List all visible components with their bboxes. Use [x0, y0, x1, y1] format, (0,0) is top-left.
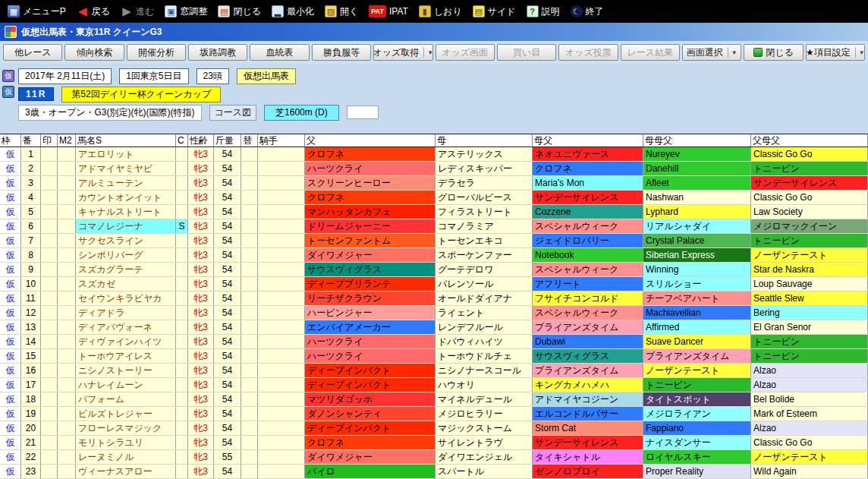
close-button[interactable]: 閉じる — [744, 44, 803, 61]
cell-dds: タイトスポット — [643, 392, 751, 406]
exit-button[interactable]: ☾ 終了 — [568, 4, 607, 20]
table-row[interactable]: 仮15トーホウアイレス牝354ハーツクライトーホウドルチェサウスヴィグラスブライ… — [0, 349, 868, 364]
cell-dam: トーセンエキコ — [436, 234, 533, 247]
cell-jockey — [258, 335, 305, 348]
odds-vote-button[interactable]: オッズ投票 — [558, 44, 618, 61]
table-row[interactable]: 仮13ディアパヴォーネ牝354エンパイアメーカーレンデフルールブライアンズタイム… — [0, 320, 868, 335]
table-row[interactable]: 仮2アドマイヤミヤビ牝354ハーツクライレディスキッパークロフネDanehill… — [0, 162, 868, 176]
table-row[interactable]: 仮18パフォーム牝354マツリダゴッホマイネルデュールアドマイヤコジーンタイトス… — [0, 392, 868, 407]
table-row[interactable]: 仮10スズカゼ牝354ディープブリランテバレンソールアフリートスリルショーLou… — [0, 277, 868, 291]
cell-c — [176, 291, 188, 305]
race-result-button[interactable]: レース結果 — [621, 44, 680, 61]
titlebar: 仮想出馬表・東京11R クイーンG3 — [0, 23, 868, 41]
column-header-3[interactable]: M2 — [58, 134, 76, 147]
column-header-0[interactable]: 枠 — [0, 134, 21, 147]
forward-label: 進む — [136, 5, 154, 18]
cell-num: 17 — [21, 378, 41, 392]
column-header-11[interactable]: 母 — [436, 134, 533, 147]
column-header-12[interactable]: 母父 — [533, 134, 643, 147]
close-window-button[interactable]: ▤ 閉じる — [215, 4, 264, 20]
table-row[interactable]: 仮23ヴィーナスアロー牝354パイロスパートルゼンノロブロイProper Rea… — [0, 465, 868, 479]
bookmark-button[interactable]: ▮ しおり — [416, 4, 465, 20]
cell-m2 — [58, 219, 76, 233]
table-row[interactable]: 仮4カウントオンイット牝354クロフネグローバルピースサンデーサイレンスNash… — [0, 191, 868, 205]
cell-sds: Alzao — [751, 364, 868, 377]
cell-sire: ハーツクライ — [305, 349, 436, 363]
table-row[interactable]: 仮14ディヴァインハイツ牝354ハーツクライドバウィハイツDubawiSuave… — [0, 335, 868, 349]
chevron-down-icon[interactable]: ▼ — [423, 47, 432, 58]
side-button[interactable]: ▤ サイド — [470, 4, 519, 20]
table-row[interactable]: 仮3アルミューテン牝354スクリーンヒーローデラセラMaria's MonAfl… — [0, 176, 868, 191]
table-row[interactable]: 仮1アエロリット牝354クロフネアステリックスネオユニヴァースNureyevCl… — [0, 147, 868, 162]
column-header-4[interactable]: 馬名S — [76, 134, 176, 147]
cell-kae — [241, 378, 258, 392]
help-button[interactable]: ? 説明 — [524, 4, 563, 20]
cell-name: パフォーム — [76, 392, 176, 406]
window-adjust-button[interactable]: ▣ 窓調整 — [162, 4, 210, 20]
column-header-10[interactable]: 父 — [305, 134, 436, 147]
ipat-button[interactable]: PAT IPAT — [366, 4, 411, 19]
trend-search-button[interactable]: 傾向検索 — [64, 44, 124, 61]
silks-button[interactable]: 勝負服等 — [312, 44, 371, 61]
column-header-7[interactable]: 斤量 — [214, 134, 241, 147]
column-header-13[interactable]: 母母父 — [643, 134, 751, 147]
virtual-card-nav-icon[interactable]: 仮 — [2, 86, 14, 98]
column-header-9[interactable]: 騎手 — [258, 134, 305, 147]
cell-dam: マジックストーム — [436, 421, 533, 435]
cell-sds: Loup Sauvage — [751, 277, 868, 291]
cell-wt: 54 — [214, 335, 241, 348]
table-row[interactable]: 仮17ハナレイムーン牝354ディープインパクトハウオリキングカメハメハトニービン… — [0, 378, 868, 392]
column-header-5[interactable]: C — [176, 134, 188, 147]
cell-m2 — [58, 205, 76, 219]
cell-dam: サイレントラヴ — [436, 436, 533, 449]
column-header-8[interactable]: 替 — [241, 134, 258, 147]
table-row[interactable]: 仮5キャナルストリート牝354マンハッタンカフェフィラストリートCozzeneL… — [0, 205, 868, 219]
screen-select-button[interactable]: 画面選択▼ — [682, 44, 741, 61]
meeting-analysis-button[interactable]: 開催分析 — [127, 44, 186, 61]
forward-button[interactable]: ▶ 進む — [118, 4, 157, 20]
column-header-14[interactable]: 父母父 — [751, 134, 868, 147]
cell-waku: 仮 — [0, 349, 21, 363]
chevron-down-icon[interactable]: ▼ — [855, 47, 865, 58]
cell-dam: マイネルデュール — [436, 392, 533, 406]
table-row[interactable]: 仮9スズカグラーテ牝354サウスヴィグラスグーテデロワスペシャルウィークWinn… — [0, 263, 868, 277]
column-header-2[interactable]: 印 — [41, 134, 58, 147]
cell-dds: チーフベアハート — [643, 291, 751, 305]
chevron-down-icon[interactable]: ▼ — [728, 47, 737, 58]
table-row[interactable]: 仮16ニシノストーリー牝354ディープインパクトニシノナースコールブライアンズタ… — [0, 364, 868, 378]
open-button[interactable]: ▨ 開く — [322, 4, 361, 20]
cell-sex: 牝3 — [188, 335, 214, 348]
other-race-button[interactable]: 他レース — [3, 44, 62, 61]
cell-num: 5 — [21, 205, 41, 219]
bet-selection-button[interactable]: 買い目 — [497, 44, 556, 61]
cell-sds: トニービン — [751, 162, 868, 175]
slope-training-button[interactable]: 坂路調教 — [188, 44, 247, 61]
menu-p-button[interactable]: ▦ メニューP — [5, 4, 69, 20]
table-row[interactable]: 仮11セイウンキラビヤカ牝354リーチザクラウンオールドダイアナフサイチコンコル… — [0, 291, 868, 306]
column-header-6[interactable]: 性齢 — [188, 134, 214, 147]
column-header-1[interactable]: 番 — [21, 134, 41, 147]
cell-mark — [41, 291, 58, 305]
item-settings-button[interactable]: ★項目設定▼ — [806, 44, 865, 61]
pedigree-table-button[interactable]: 血統表 — [250, 44, 309, 61]
back-button[interactable]: ◀ 戻る — [74, 4, 113, 20]
table-row[interactable]: 仮20フローレスマジック牝354ディープインパクトマジックストームStorm C… — [0, 421, 868, 436]
course-map-button[interactable]: コース図 — [209, 105, 257, 121]
odds-get-button[interactable]: オッズ取得▼ — [373, 44, 432, 61]
table-row[interactable]: 仮12ディアドラ牝354ハービンジャーライェントスペシャルウィークMachiav… — [0, 306, 868, 320]
table-row[interactable]: 仮21モリトシラユリ牝354クロフネサイレントラヴサンデーサイレンスナイスダンサ… — [0, 436, 868, 450]
minimize-button[interactable]: ▂ 最小化 — [269, 4, 317, 20]
cell-kae — [241, 219, 258, 233]
odds-screen-button[interactable]: オッズ画面 — [436, 44, 495, 61]
table-row[interactable]: 仮22レーヌミノル牝355ダイワメジャーダイワエンジェルタイキシャトルロイヤルス… — [0, 450, 868, 465]
cell-mark — [41, 205, 58, 219]
table-row[interactable]: 仮6コマノレジーナS牝354ドリームジャーニーコマノラミアスペシャルウィークリア… — [0, 219, 868, 234]
cell-jockey — [258, 162, 305, 175]
table-row[interactable]: 仮7サクセスライン牝354トーセンファントムトーセンエキコジェイドロバリーCry… — [0, 234, 868, 248]
table-row[interactable]: 仮19ビルズトレジャー牝354ダノンシャンティメジロヒラリーエルコンドルパサーメ… — [0, 407, 868, 421]
table-row[interactable]: 仮8シンボリバーグ牝354ダイワメジャースポーケンファーNotebookSibe… — [0, 248, 868, 263]
cell-sex: 牝3 — [188, 219, 214, 233]
cell-damsire: クロフネ — [533, 162, 643, 175]
virtual-card-icon[interactable]: 仮 — [2, 70, 14, 82]
cell-wt: 54 — [214, 364, 241, 377]
